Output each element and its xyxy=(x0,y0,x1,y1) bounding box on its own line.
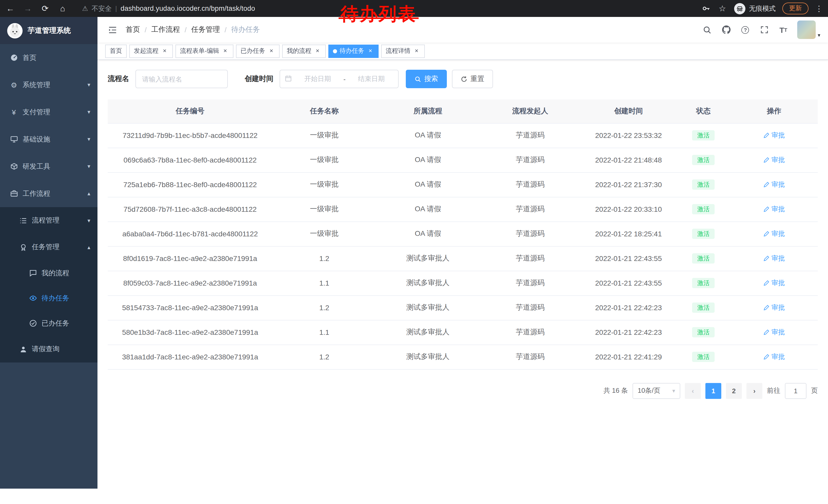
sidebar-item-workflow[interactable]: 工作流程 ▴ xyxy=(0,180,97,207)
sidebar-item-task-mgmt[interactable]: 任务管理 ▴ xyxy=(0,234,97,261)
sidebar-item-todo-tasks[interactable]: 待办任务 xyxy=(0,286,97,311)
table-row: 381aa1dd-7ac8-11ec-a9e2-a2380e71991a 1.2… xyxy=(108,345,818,369)
browser-menu-icon[interactable]: ⋮ xyxy=(815,4,823,13)
password-key-icon[interactable] xyxy=(702,4,710,13)
tab-label: 我的流程 xyxy=(287,47,312,55)
approve-link[interactable]: 审批 xyxy=(763,328,785,337)
sidebar-item-process-mgmt[interactable]: 流程管理 ▾ xyxy=(0,207,97,234)
cell-task-id: 73211d9d-7b9b-11ec-b5b7-acde48001122 xyxy=(108,123,273,148)
help-icon[interactable]: ? xyxy=(740,25,750,35)
bookmark-star-icon[interactable]: ☆ xyxy=(717,4,728,13)
process-name-input[interactable] xyxy=(135,70,228,88)
tab-4[interactable]: 我的流程 × xyxy=(282,44,326,58)
browser-forward-icon[interactable]: → xyxy=(23,4,33,13)
sidebar-item-leave-query[interactable]: 请假查询 xyxy=(0,336,97,363)
cell-created-time: 2022-01-21 22:43:55 xyxy=(580,246,676,271)
tab-2[interactable]: 流程表单-编辑 × xyxy=(175,44,234,58)
tab-5[interactable]: 待办任务 × xyxy=(328,44,379,58)
approve-label: 审批 xyxy=(772,131,785,140)
page-size-select[interactable]: 10条/页 ▾ xyxy=(632,383,680,399)
status-badge: 激活 xyxy=(692,204,715,214)
breadcrumb-workflow[interactable]: 工作流程 xyxy=(151,25,180,34)
table-row: 73211d9d-7b9b-11ec-b5b7-acde48001122 一级审… xyxy=(108,123,818,148)
tab-3[interactable]: 已办任务 × xyxy=(236,44,280,58)
tab-close-icon[interactable]: × xyxy=(161,47,168,55)
start-date-placeholder[interactable]: 开始日期 xyxy=(295,74,340,84)
approve-label: 审批 xyxy=(772,278,785,288)
tab-0[interactable]: 首页 xyxy=(105,44,127,58)
search-button[interactable]: 搜索 xyxy=(406,70,447,88)
browser-update-button[interactable]: 更新 xyxy=(782,3,809,14)
sidebar-item-home[interactable]: 首页 xyxy=(0,44,97,71)
cell-task-name: 1.2 xyxy=(273,345,376,369)
tab-close-icon[interactable]: × xyxy=(413,47,420,55)
approve-label: 审批 xyxy=(772,155,785,165)
tab-close-icon[interactable]: × xyxy=(268,47,275,55)
cell-process-name: OA 请假 xyxy=(376,197,480,222)
tags-view: 首页 发起流程 × 流程表单-编辑 × 已办任务 × 我的流程 × 待办任务 ×… xyxy=(97,43,828,60)
tab-close-icon[interactable]: × xyxy=(367,47,374,55)
task-table: 任务编号 任务名称 所属流程 流程发起人 创建时间 状态 操作 73211d9d… xyxy=(108,99,818,369)
check-circle-icon xyxy=(29,319,37,327)
breadcrumb-separator: / xyxy=(145,26,147,34)
sidebar-item-payment[interactable]: ¥ 支付管理 ▾ xyxy=(0,98,97,126)
cell-task-name: 一级审批 xyxy=(273,172,376,197)
tab-close-icon[interactable]: × xyxy=(314,47,321,55)
approve-link[interactable]: 审批 xyxy=(763,254,785,263)
approve-link[interactable]: 审批 xyxy=(763,278,785,288)
date-range-picker[interactable]: 开始日期 - 结束日期 xyxy=(280,70,399,88)
cell-initiator: 芋道源码 xyxy=(480,148,580,172)
cell-created-time: 2022-01-22 20:33:10 xyxy=(580,197,676,222)
cell-created-time: 2022-01-22 21:37:30 xyxy=(580,172,676,197)
dashboard-icon xyxy=(10,54,18,62)
tab-1[interactable]: 发起流程 × xyxy=(129,44,173,58)
cell-created-time: 2022-01-22 23:53:32 xyxy=(580,123,676,148)
sidebar-toggle-icon[interactable] xyxy=(105,22,120,37)
list-icon xyxy=(19,216,27,225)
cell-initiator: 芋道源码 xyxy=(480,345,580,369)
search-icon[interactable] xyxy=(702,25,713,35)
breadcrumb-task-mgmt[interactable]: 任务管理 xyxy=(191,25,220,34)
end-date-placeholder[interactable]: 结束日期 xyxy=(349,74,394,84)
breadcrumb-separator: / xyxy=(225,26,227,34)
sidebar-item-infrastructure[interactable]: 基础设施 ▾ xyxy=(0,126,97,153)
prev-page-button[interactable]: ‹ xyxy=(685,383,701,399)
goto-page-input[interactable] xyxy=(785,383,806,399)
cell-created-time: 2022-01-21 22:42:23 xyxy=(580,295,676,320)
page-button-2[interactable]: 2 xyxy=(726,383,742,399)
approve-link[interactable]: 审批 xyxy=(763,303,785,312)
tab-6[interactable]: 流程详情 × xyxy=(381,44,425,58)
eye-icon xyxy=(29,294,37,302)
col-process: 所属流程 xyxy=(376,99,480,123)
approve-link[interactable]: 审批 xyxy=(763,180,785,189)
reset-button[interactable]: 重置 xyxy=(452,70,493,88)
font-size-icon[interactable]: TT xyxy=(778,25,788,35)
next-page-button[interactable]: › xyxy=(746,383,762,399)
status-badge: 激活 xyxy=(692,327,715,337)
browser-refresh-icon[interactable]: ⟳ xyxy=(40,4,50,13)
browser-home-icon[interactable]: ⌂ xyxy=(57,4,68,13)
browser-back-icon[interactable]: ← xyxy=(5,4,15,13)
cell-task-name: 一级审批 xyxy=(273,148,376,172)
user-menu[interactable]: ▾ xyxy=(797,20,820,39)
fullscreen-icon[interactable] xyxy=(759,25,770,35)
sidebar-item-done-tasks[interactable]: 已办任务 xyxy=(0,311,97,336)
sidebar-item-devtools[interactable]: 研发工具 ▾ xyxy=(0,153,97,180)
table-row: 8f0d1619-7ac8-11ec-a9e2-a2380e71991a 1.2… xyxy=(108,246,818,271)
tab-close-icon[interactable]: × xyxy=(222,47,229,55)
logo[interactable]: 芋道管理系统 xyxy=(0,17,97,44)
cell-task-name: 1.1 xyxy=(273,271,376,295)
page-button-1[interactable]: 1 xyxy=(705,383,721,399)
approve-link[interactable]: 审批 xyxy=(763,155,785,165)
approve-link[interactable]: 审批 xyxy=(763,229,785,238)
chevron-down-icon: ▾ xyxy=(87,136,90,142)
status-badge: 激活 xyxy=(692,179,715,190)
github-icon[interactable] xyxy=(721,25,732,35)
breadcrumb-home[interactable]: 首页 xyxy=(126,25,140,34)
approve-link[interactable]: 审批 xyxy=(763,131,785,140)
sidebar-item-my-process[interactable]: 我的流程 xyxy=(0,261,97,286)
approve-link[interactable]: 审批 xyxy=(763,352,785,362)
sidebar-item-system[interactable]: ⚙ 系统管理 ▾ xyxy=(0,71,97,98)
col-initiator: 流程发起人 xyxy=(480,99,580,123)
approve-link[interactable]: 审批 xyxy=(763,204,785,214)
